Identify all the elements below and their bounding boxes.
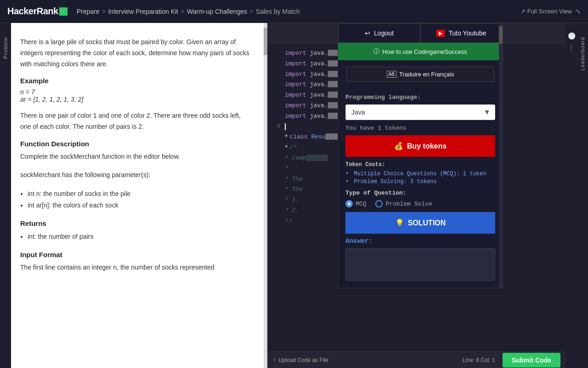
- code-text-15: * 1.: [285, 196, 299, 205]
- logout-button[interactable]: ↩ Logout: [338, 23, 420, 43]
- fullscreen-button[interactable]: ↗ Full Screen View: [520, 8, 572, 15]
- code-text-12: *: [285, 164, 288, 174]
- translate-label: Traduire en Français: [399, 71, 454, 78]
- problem-sidebar: Problem: [0, 23, 11, 368]
- how-to-use-button[interactable]: ⓘ How to use CodingameSuccess: [338, 43, 503, 60]
- history-icon[interactable]: 🕐: [568, 32, 576, 40]
- n-value: n = 7: [20, 88, 250, 96]
- cursor-input[interactable]: [285, 123, 345, 130]
- answer-label: Answer:: [345, 237, 495, 245]
- code-text-13: * The: [285, 175, 303, 184]
- ar-value: ar = [1, 2, 1, 2, 1, 3, 2]: [20, 96, 250, 103]
- collapse-icon[interactable]: ⤡: [576, 8, 581, 15]
- input-format-title: Input Format: [20, 251, 250, 259]
- code-text-14: * The: [285, 185, 303, 195]
- radio-mcq-label: MCQ: [356, 201, 366, 207]
- radio-mcq-circle: [345, 200, 353, 207]
- problem-description: There is a large pile of socks that must…: [20, 37, 250, 69]
- navbar: HackerRank Prepare > Interview Preparati…: [0, 0, 588, 23]
- youtube-button[interactable]: ▶ Tuto Youtube: [420, 23, 503, 43]
- youtube-label: Tuto Youtube: [448, 29, 486, 37]
- tokens-info: You have 1 tokens: [345, 125, 495, 132]
- main-container: Problem There is a large pile of socks t…: [0, 23, 588, 368]
- problem-panel: There is a large pile of socks that must…: [11, 23, 264, 368]
- radio-problem-label: Problem Solve: [385, 201, 432, 207]
- brand: HackerRank: [7, 6, 68, 17]
- sock-merchant-desc: sockMerchant has the following parameter…: [20, 170, 250, 181]
- bullet-icon: •: [345, 171, 349, 177]
- token-costs-title: Token Costs:: [345, 161, 495, 168]
- how-to-use-icon: ⓘ: [373, 47, 379, 56]
- youtube-icon: ▶: [436, 30, 445, 37]
- editor-footer: ↑ Upload Code as File Line: 8 Col: 1 Sub…: [267, 351, 566, 368]
- radio-group: MCQ Problem Solve: [345, 200, 495, 207]
- function-desc-title: Function Description: [20, 140, 250, 148]
- problem-example: Example n = 7 ar = [1, 2, 1, 2, 1, 3, 2]: [20, 77, 250, 103]
- code-text-9: class Resu█████: [290, 132, 344, 142]
- params-list: int n: the number of socks in the pile i…: [20, 188, 250, 211]
- language-select[interactable]: Java Python C++ JavaScript: [345, 104, 495, 120]
- breadcrumb-prepare[interactable]: Prepare: [77, 8, 100, 15]
- token-cost-mcq: • Multiple Choice Questions (MCQ): 1 tok…: [345, 171, 495, 177]
- code-text-11: * Comp██████: [285, 154, 328, 163]
- breadcrumb-current: Sales by Match: [256, 8, 300, 15]
- radio-mcq-inner: [348, 202, 351, 205]
- solution-button[interactable]: 💡 SOLUTION: [345, 212, 495, 234]
- returns-title: Returns: [20, 219, 250, 227]
- problem-tab[interactable]: Problem: [1, 32, 10, 63]
- scroll-bar[interactable]: [264, 23, 267, 368]
- overlay-scrollbar[interactable]: [499, 23, 503, 288]
- token-costs: Token Costs: • Multiple Choice Questions…: [345, 161, 495, 185]
- right-sidebar: 🕐 ⋮: [566, 23, 577, 368]
- popup-top-buttons: ↩ Logout ▶ Tuto Youtube: [338, 23, 503, 43]
- collapse-method-icon[interactable]: ▼: [285, 143, 288, 151]
- example-title: Example: [20, 77, 250, 85]
- submit-code-button[interactable]: Submit Code: [503, 353, 560, 368]
- line-num-8: 8: [271, 122, 285, 131]
- language-select-wrapper: Java Python C++ JavaScript ▼: [345, 104, 495, 120]
- token-cost-problem: • Problem Solving: 3 tokens: [345, 178, 495, 185]
- translate-button[interactable]: AB Traduire en Français: [346, 67, 494, 82]
- upload-code-button[interactable]: ↑ Upload Code as File: [273, 357, 328, 363]
- logout-icon: ↩: [365, 29, 370, 37]
- upload-label: Upload Code as File: [278, 357, 328, 363]
- answer-textarea[interactable]: [345, 248, 495, 281]
- breadcrumb-interview[interactable]: Interview Preparation Kit: [108, 8, 178, 15]
- more-options-icon[interactable]: ⋮: [568, 44, 575, 52]
- type-of-question-label: Type of Question:: [345, 190, 495, 196]
- upload-icon: ↑: [273, 357, 276, 363]
- scroll-thumb: [264, 28, 267, 55]
- navbar-right: ↗ Full Screen View ⤡: [520, 8, 581, 15]
- radio-problem-solve[interactable]: Problem Solve: [375, 200, 432, 207]
- collapse-class-icon[interactable]: ▼: [285, 132, 288, 141]
- buy-tokens-button[interactable]: 💰 Buy tokens: [345, 135, 495, 157]
- breadcrumb-sep-3: >: [250, 8, 253, 15]
- param-n: int n: the number of socks in the pile: [28, 188, 250, 200]
- popup-body: Programming language: Java Python C++ Ja…: [338, 88, 503, 288]
- breadcrumb-sep-2: >: [181, 8, 184, 15]
- brand-text: HackerRank: [7, 6, 58, 17]
- programming-language-label: Programming language:: [345, 94, 495, 101]
- brand-icon: [59, 7, 68, 16]
- how-to-use-label: How to use CodingameSuccess: [382, 48, 467, 55]
- code-text-16: * 2.: [285, 206, 299, 216]
- returns-list: int: the number of pairs: [20, 231, 250, 242]
- overlay-popup: ↩ Logout ▶ Tuto Youtube ⓘ How to use Cod…: [338, 23, 503, 288]
- code-text-10: /*: [290, 143, 297, 153]
- logout-label: Logout: [374, 29, 394, 37]
- example-description: There is one pair of color 1 and one of …: [20, 110, 250, 132]
- input-format-desc: The first line contains an integer n, th…: [20, 262, 250, 273]
- breadcrumb-warmup[interactable]: Warm-up Challenges: [187, 8, 247, 15]
- line-col-info: Line: 8 Col: 1: [463, 357, 495, 363]
- radio-problem-circle: [375, 200, 383, 207]
- radio-mcq[interactable]: MCQ: [345, 200, 366, 207]
- breadcrumb-sep-1: >: [102, 8, 105, 15]
- code-text-17: */: [285, 217, 292, 226]
- leaderboard-tab[interactable]: Leaderboard: [578, 32, 587, 75]
- returns-item: int: the number of pairs: [28, 231, 250, 242]
- solution-label: SOLUTION: [408, 219, 446, 227]
- overlay-scroll-thumb: [499, 26, 503, 44]
- breadcrumb: Prepare > Interview Preparation Kit > Wa…: [77, 8, 300, 15]
- leaderboard-sidebar: Leaderboard: [577, 23, 588, 368]
- money-bag-icon: 💰: [394, 142, 403, 150]
